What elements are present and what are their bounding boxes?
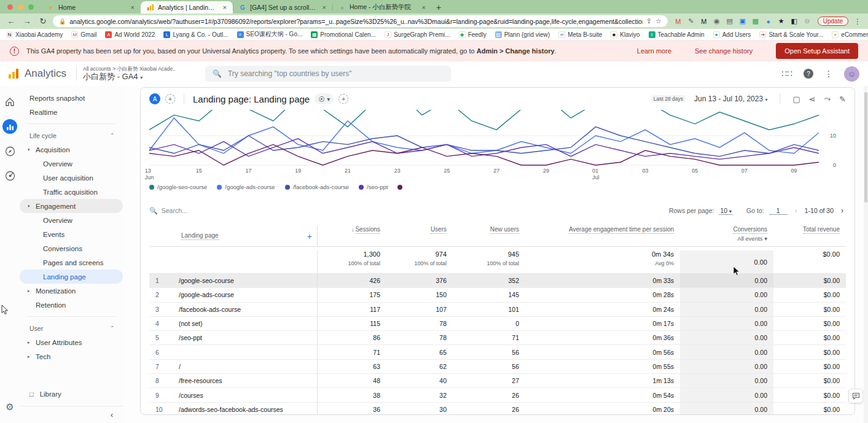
extension-icon[interactable]: ◧ xyxy=(790,17,799,25)
go-to-page-input[interactable] xyxy=(769,207,788,215)
bookmark-item[interactable]: ▨Plann (grid view) xyxy=(495,31,550,38)
sidebar-item-monetization[interactable]: ▸Monetization xyxy=(20,284,123,298)
insights-icon[interactable]: ⤳ xyxy=(824,94,831,104)
minimize-window-button[interactable] xyxy=(18,4,23,10)
sidebar-item-overview[interactable]: Overview xyxy=(20,213,123,227)
bookmark-item[interactable]: JSurgeGraph Premi... xyxy=(385,31,450,38)
column-header-average-engagement-time-per-session[interactable]: Average engagement time per session xyxy=(525,226,680,233)
legend-item[interactable]: /google-ads-course xyxy=(217,184,275,190)
column-header-users[interactable]: Users xyxy=(386,226,453,233)
arrow-right-icon[interactable]: ▸ xyxy=(28,289,30,293)
browser-tab[interactable]: ●Home - 小白新势学院× xyxy=(332,1,432,14)
sidebar-item-library[interactable]: □Library xyxy=(20,386,123,402)
close-window-button[interactable] xyxy=(7,4,13,10)
learn-more-link[interactable]: Learn more xyxy=(637,47,671,55)
share-report-icon[interactable]: ⋖ xyxy=(809,95,816,104)
previous-page-icon[interactable]: ‹ xyxy=(792,206,800,215)
bookmark-item[interactable]: ■Klaviyo xyxy=(611,31,639,38)
table-row[interactable]: 3/facebook-ads-course1171071010m 24s0.00… xyxy=(149,303,846,317)
table-row[interactable]: 5/seo-ppt8678710m 36s0.00$0.00 xyxy=(149,331,846,345)
maximize-window-button[interactable] xyxy=(28,4,34,10)
arrow-right-icon[interactable]: ▸ xyxy=(28,354,30,359)
extension-icon[interactable]: ● xyxy=(764,18,773,25)
account-switcher[interactable]: All accounts > 小白新势 Xiaobai Acade.. 小白新势… xyxy=(83,66,176,82)
table-row[interactable]: 7/6362560m 55s0.00$0.00 xyxy=(149,360,846,374)
table-row[interactable]: 9/courses3832260m 54s0.00$0.00 xyxy=(149,388,846,402)
sidebar-item-pages-and-screens[interactable]: Pages and screens xyxy=(20,255,123,270)
table-row[interactable]: 8/free-resources4840271m 13s0.00$0.00 xyxy=(149,374,846,388)
global-search-input[interactable] xyxy=(228,69,444,78)
see-change-history-link[interactable]: See change history xyxy=(695,47,753,55)
add-tab-button[interactable]: + xyxy=(338,94,348,104)
add-dimension-icon[interactable]: + xyxy=(307,231,312,241)
advertising-icon[interactable] xyxy=(2,168,17,183)
back-icon[interactable]: ← xyxy=(5,17,17,26)
avatar[interactable]: ☺ xyxy=(844,66,859,82)
forward-icon[interactable]: → xyxy=(21,17,33,26)
landing-page-cell[interactable]: /courses xyxy=(173,388,318,402)
extension-icon[interactable]: ▤ xyxy=(725,17,734,25)
admin-gear-icon[interactable]: ⚙ xyxy=(2,400,17,414)
table-row[interactable]: 4(not set)1157800m 17s0.00$0.00 xyxy=(149,317,846,331)
column-header-sessions[interactable]: ↓Sessions xyxy=(318,226,386,233)
sidebar-item-landing-page[interactable]: Landing page xyxy=(20,270,123,284)
landing-page-cell[interactable]: / xyxy=(173,360,318,373)
sidebar-item-conversions[interactable]: Conversions xyxy=(20,241,123,255)
browser-tab[interactable]: G[GA4] Set up a scroll conversi× xyxy=(233,1,332,14)
url-text[interactable]: analytics.google.com/analytics/web/?auth… xyxy=(69,18,642,25)
home-icon[interactable] xyxy=(2,95,17,109)
column-header-total-revenue[interactable]: Total revenue xyxy=(773,226,846,233)
bookmark-item[interactable]: ●Add Users xyxy=(713,31,751,38)
feedback-chat-button[interactable] xyxy=(848,389,863,403)
close-tab-icon[interactable]: × xyxy=(421,4,427,11)
table-search-input[interactable] xyxy=(162,207,284,214)
landing-page-cell[interactable]: /google-seo-course xyxy=(173,274,318,287)
reload-icon[interactable]: ↻ xyxy=(37,17,49,26)
table-row[interactable]: 1/google-seo-course4263763520m 33s0.00$0… xyxy=(149,274,846,288)
bookmark-item[interactable]: LLyang & Co. - Outl... xyxy=(163,31,228,38)
collapse-section-icon[interactable]: ⌃ xyxy=(110,133,114,138)
bookmark-item[interactable]: tTeachable Admin xyxy=(649,31,705,38)
apps-grid-icon[interactable]: ∷∷ xyxy=(781,69,792,79)
extension-icon[interactable]: M xyxy=(700,18,708,25)
bookmark-star-icon[interactable]: ☆ xyxy=(655,17,662,25)
compare-report-icon[interactable]: ▢ xyxy=(792,95,800,104)
landing-page-cell[interactable]: (not set) xyxy=(173,317,318,330)
browser-update-button[interactable]: Update xyxy=(818,17,848,26)
rows-per-page-select[interactable]: 10 ▾ xyxy=(719,207,733,215)
extension-icon[interactable]: ⊖ xyxy=(803,17,811,25)
sidebar-item-traffic-acquisition[interactable]: Traffic acquisition xyxy=(20,185,123,199)
next-page-icon[interactable]: › xyxy=(839,206,846,215)
global-search[interactable]: 🔍 xyxy=(205,66,451,82)
legend-item[interactable]: /seo-ppt xyxy=(359,184,388,190)
sidebar-item-retention[interactable]: Retention xyxy=(20,298,123,312)
column-header-landing-page[interactable]: Landing page+ xyxy=(149,226,318,246)
all-events-filter[interactable]: All events ▾ xyxy=(686,235,767,242)
sidebar-item-user[interactable]: User⌃ xyxy=(20,321,123,335)
table-row[interactable]: 67165560m 56s0.00$0.00 xyxy=(149,345,846,359)
sidebar-item-life-cycle[interactable]: Life cycle⌃ xyxy=(20,128,123,142)
arrow-down-icon[interactable]: ▾ xyxy=(28,204,30,209)
collapse-sidebar-icon[interactable]: ‹ xyxy=(111,411,113,419)
sidebar-item-user-acquisition[interactable]: User acquisition xyxy=(20,171,123,185)
extension-icon[interactable]: ✎ xyxy=(687,17,695,25)
extension-icon[interactable]: ▩ xyxy=(751,17,760,25)
table-search[interactable]: 🔍 xyxy=(149,207,669,215)
close-tab-icon[interactable]: × xyxy=(321,4,327,11)
landing-page-cell[interactable]: /free-resources xyxy=(173,374,318,387)
bookmark-item[interactable]: AAd World 2022 xyxy=(105,31,155,38)
column-header-new-users[interactable]: New users xyxy=(453,226,525,233)
bookmark-item[interactable]: ▦Promotional Calen... xyxy=(311,31,376,38)
bookmark-item[interactable]: ≡SEO课程大纲 - Go... xyxy=(237,30,303,39)
sidebar-item-reports-snapshot[interactable]: Reports snapshot xyxy=(20,91,123,105)
bookmark-item[interactable]: ∞Meta B-suite xyxy=(558,31,602,38)
help-icon[interactable]: ? xyxy=(803,69,813,79)
reports-icon[interactable] xyxy=(2,119,17,134)
sidebar-item-acquisition[interactable]: ▾Acquisition xyxy=(20,142,123,157)
landing-page-cell[interactable]: /seo-ppt xyxy=(173,331,318,344)
sidebar-item-overview[interactable]: Overview xyxy=(20,157,123,171)
bookmark-item[interactable]: ●eCommerce Case... xyxy=(832,31,868,38)
close-tab-icon[interactable]: × xyxy=(222,4,228,11)
sidebar-item-tech[interactable]: ▸Tech xyxy=(20,349,123,363)
bookmark-item[interactable]: MGmail xyxy=(71,31,96,38)
